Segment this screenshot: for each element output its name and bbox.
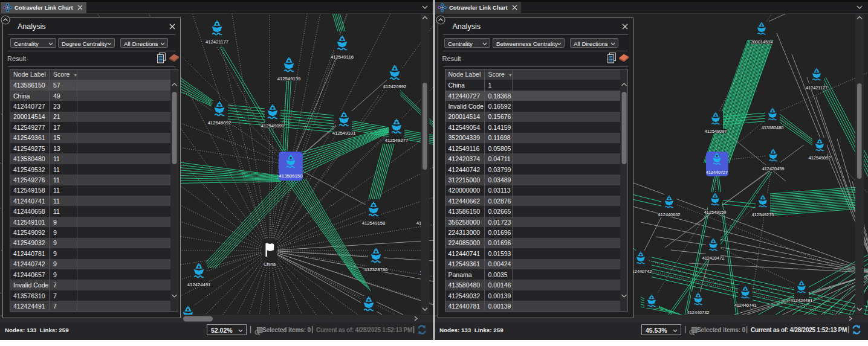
svg-text:412549092: 412549092 [809,155,831,161]
svg-text:412549158: 412549158 [362,220,385,226]
svg-text:412549275: 412549275 [752,212,774,217]
svg-text:413586150: 413586150 [279,173,303,179]
svg-text:412421177: 412421177 [806,85,828,91]
svg-text:412328786: 412328786 [364,267,387,272]
svg-text:China: China [264,261,276,267]
svg-text:412440727: 412440727 [706,170,728,175]
svg-text:412440662: 412440662 [658,212,681,217]
svg-text:412424491: 412424491 [187,282,210,287]
svg-text:412424491: 412424491 [791,298,813,303]
svg-text:412440741: 412440741 [734,303,757,308]
svg-text:412549101: 412549101 [332,130,355,136]
svg-text:412549092: 412549092 [208,120,231,126]
svg-text:412549277: 412549277 [385,138,408,143]
svg-text:412549097: 412549097 [705,129,727,134]
svg-text:412420992: 412420992 [383,84,406,89]
svg-text:412421177: 412421177 [206,39,228,45]
svg-text:412549159: 412549159 [704,210,727,215]
svg-text:200014514: 200014514 [751,39,773,45]
svg-text:413580480: 413580480 [762,125,784,130]
svg-text:412549091: 412549091 [261,123,284,129]
svg-text:412420472: 412420472 [702,255,725,261]
svg-text:412549139: 412549139 [277,76,300,82]
svg-text:412420459: 412420459 [762,166,785,171]
svg-text:412549116: 412549116 [331,54,354,60]
